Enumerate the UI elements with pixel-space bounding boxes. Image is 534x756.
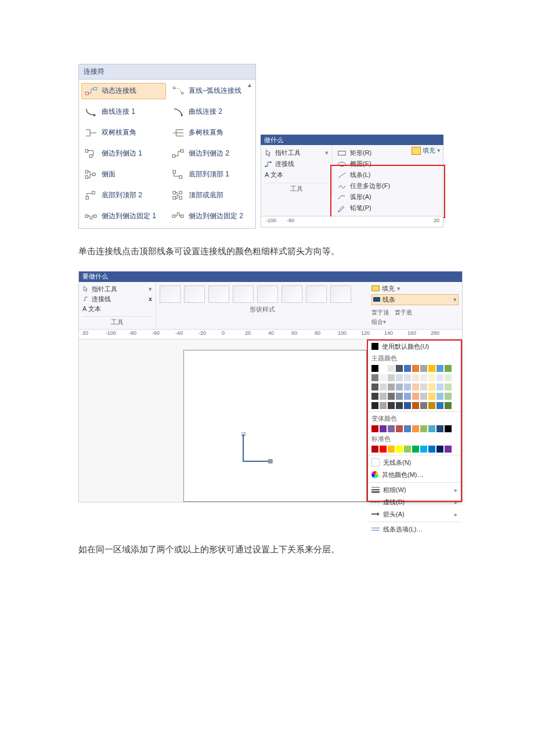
- shape-style-gallery[interactable]: 形状样式: [156, 282, 368, 329]
- color-swatch[interactable]: [404, 402, 411, 409]
- connector-multi-branch[interactable]: 多树枝直角: [168, 125, 253, 141]
- fill-dropdown[interactable]: 填充▾: [371, 284, 459, 293]
- color-swatch[interactable]: [396, 374, 403, 381]
- text-tool[interactable]: A 文本: [265, 169, 329, 180]
- shape-pencil[interactable]: 铅笔(P): [336, 202, 439, 214]
- color-swatch[interactable]: [396, 393, 403, 400]
- color-swatch[interactable]: [404, 446, 411, 453]
- connector-side-fixed-1[interactable]: 侧边到侧边固定 1: [81, 208, 166, 225]
- color-swatch[interactable]: [388, 384, 395, 390]
- connector-curve-1[interactable]: 曲线连接 1: [81, 104, 166, 120]
- connector-side-to-side-2[interactable]: 侧边到侧边 2: [168, 146, 253, 162]
- color-swatch[interactable]: [371, 365, 378, 372]
- color-swatch[interactable]: [396, 446, 403, 453]
- scroll-up-icon[interactable]: ▲: [246, 82, 253, 89]
- connector-bottom-top-1[interactable]: 底部到顶部 1: [168, 167, 253, 183]
- color-swatch[interactable]: [388, 374, 395, 381]
- color-swatch[interactable]: [428, 446, 435, 453]
- color-swatch[interactable]: [388, 425, 395, 432]
- color-swatch[interactable]: [388, 393, 395, 400]
- send-back[interactable]: 置于底: [395, 309, 412, 317]
- color-swatch[interactable]: [412, 446, 419, 453]
- shape-ellipse[interactable]: 椭圆(E): [336, 158, 439, 169]
- line-dropdown[interactable]: 线条▾: [371, 294, 459, 305]
- line-dashes[interactable]: 虚线(D): [368, 496, 461, 508]
- color-swatch[interactable]: [404, 384, 411, 390]
- style-swatch[interactable]: [306, 285, 327, 303]
- color-swatch[interactable]: [412, 425, 419, 432]
- color-swatch[interactable]: [404, 365, 411, 372]
- color-swatch[interactable]: [428, 365, 435, 372]
- color-swatch[interactable]: [380, 402, 387, 409]
- color-swatch[interactable]: [388, 402, 395, 409]
- style-swatch[interactable]: [160, 285, 181, 303]
- color-swatch[interactable]: [420, 374, 427, 381]
- pointer-tool-2[interactable]: 指针工具▾: [82, 284, 152, 294]
- connector-side-to-side-1[interactable]: 侧边到侧边 1: [81, 146, 166, 162]
- color-swatch[interactable]: [380, 365, 387, 372]
- line-arrows[interactable]: 箭头(A): [368, 508, 461, 520]
- style-swatch[interactable]: [233, 285, 254, 303]
- style-swatch[interactable]: [282, 285, 302, 303]
- color-swatch[interactable]: [436, 393, 443, 400]
- close-icon[interactable]: x: [149, 295, 152, 302]
- line-weight[interactable]: 粗细(W): [368, 484, 461, 496]
- color-swatch[interactable]: [445, 425, 452, 432]
- color-swatch[interactable]: [396, 425, 403, 432]
- style-swatch[interactable]: [208, 285, 229, 303]
- color-swatch[interactable]: [396, 365, 403, 372]
- style-swatch[interactable]: [330, 285, 351, 303]
- connector-dynamic[interactable]: 动态连接线: [81, 83, 166, 99]
- color-swatch[interactable]: [436, 365, 443, 372]
- connector-side[interactable]: 侧面: [81, 167, 166, 183]
- fill-button[interactable]: 填充▾: [412, 146, 441, 155]
- color-swatch[interactable]: [436, 384, 443, 390]
- color-swatch[interactable]: [371, 393, 378, 400]
- drawing-canvas[interactable]: [79, 339, 367, 502]
- color-swatch[interactable]: [420, 425, 427, 432]
- color-swatch[interactable]: [412, 402, 419, 409]
- bring-front[interactable]: 置于顶: [371, 309, 389, 317]
- line-options[interactable]: 线条选项(L)…: [368, 523, 461, 536]
- connector-side-fixed-2[interactable]: 侧边到侧边固定 2: [168, 208, 253, 225]
- color-swatch[interactable]: [420, 365, 427, 372]
- connector-curve-2[interactable]: 曲线连接 2: [168, 104, 253, 120]
- color-swatch[interactable]: [420, 384, 427, 390]
- color-swatch[interactable]: [412, 393, 419, 400]
- use-default-color[interactable]: 使用默认颜色(U): [368, 341, 461, 353]
- connector-tool-2[interactable]: 连接线x: [82, 294, 152, 304]
- color-swatch[interactable]: [428, 374, 435, 381]
- color-swatch[interactable]: [445, 374, 452, 381]
- color-swatch[interactable]: [380, 446, 387, 453]
- color-swatch[interactable]: [412, 374, 419, 381]
- color-swatch[interactable]: [371, 402, 378, 409]
- connector-double-branch[interactable]: 双树枝直角: [81, 125, 166, 141]
- more-colors[interactable]: 其他颜色(M)…: [368, 469, 461, 481]
- color-swatch[interactable]: [420, 402, 427, 409]
- color-swatch[interactable]: [445, 384, 452, 390]
- text-tool-2[interactable]: A 文本: [82, 304, 152, 314]
- color-swatch[interactable]: [371, 384, 378, 390]
- color-swatch[interactable]: [428, 425, 435, 432]
- shape-freeform[interactable]: 任意多边形(F): [336, 180, 439, 191]
- color-swatch[interactable]: [380, 393, 387, 400]
- color-swatch[interactable]: [428, 393, 435, 400]
- style-swatch[interactable]: [184, 285, 205, 303]
- shape-arc[interactable]: 弧形(A): [336, 191, 439, 202]
- group-button[interactable]: 组合: [371, 319, 383, 325]
- style-swatch[interactable]: [257, 285, 278, 303]
- color-swatch[interactable]: [404, 393, 411, 400]
- color-swatch[interactable]: [371, 374, 378, 381]
- color-swatch[interactable]: [404, 374, 411, 381]
- shape-line[interactable]: 线条(L): [336, 169, 439, 180]
- color-swatch[interactable]: [412, 384, 419, 390]
- selected-connector[interactable]: [241, 432, 276, 467]
- color-swatch[interactable]: [445, 393, 452, 400]
- color-swatch[interactable]: [371, 446, 378, 453]
- color-swatch[interactable]: [380, 374, 387, 381]
- color-swatch[interactable]: [396, 384, 403, 390]
- color-swatch[interactable]: [428, 384, 435, 390]
- color-swatch[interactable]: [445, 402, 452, 409]
- color-swatch[interactable]: [420, 393, 427, 400]
- color-swatch[interactable]: [380, 425, 387, 432]
